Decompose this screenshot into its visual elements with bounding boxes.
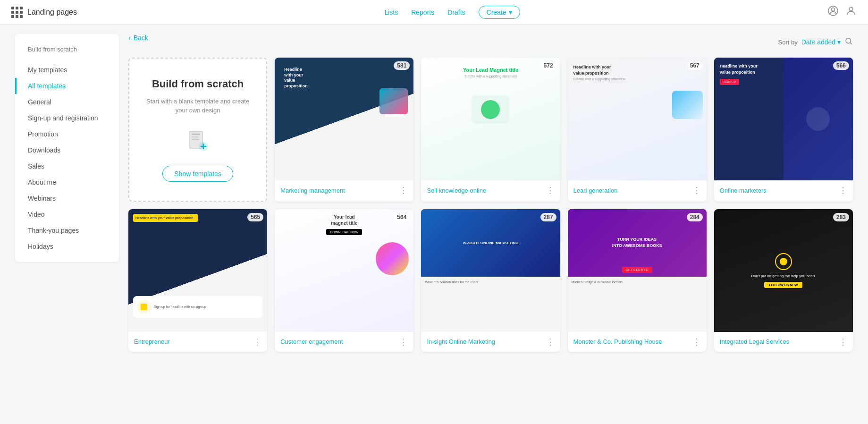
nav-reports[interactable]: Reports <box>411 8 434 16</box>
user-icon[interactable] <box>845 5 857 19</box>
template-card[interactable]: IN-SIGHT ONLINE MARKETING What this solu… <box>421 209 560 352</box>
sort-by-label: Sort by <box>778 39 798 46</box>
card-footer: In-sight Online Marketing ⋮ <box>421 332 560 352</box>
user-circle-icon[interactable] <box>827 5 839 19</box>
sidebar-item-promotion[interactable]: Promotion <box>15 126 119 142</box>
card-count: 581 <box>394 61 410 70</box>
card-image-insight: IN-SIGHT ONLINE MARKETING What this solu… <box>421 209 560 332</box>
card-count: 572 <box>540 61 556 70</box>
card-footer: Online marketers ⋮ <box>714 180 853 200</box>
card-menu-icon[interactable]: ⋮ <box>253 337 261 347</box>
card-menu-icon[interactable]: ⋮ <box>692 185 701 195</box>
nav-center: Lists Reports Drafts Create ▾ <box>384 6 520 19</box>
card-count: 567 <box>687 61 703 70</box>
card-count: 284 <box>687 213 703 221</box>
card-menu-icon[interactable]: ⋮ <box>399 185 408 195</box>
svg-line-4 <box>850 42 851 44</box>
card-menu-icon[interactable]: ⋮ <box>399 337 408 347</box>
card-footer: Entrepreneur ⋮ <box>128 332 267 352</box>
app-title: Landing pages <box>27 8 77 17</box>
card-footer: Lead generation ⋮ <box>568 180 707 200</box>
card-footer: Integrated Legal Services ⋮ <box>714 332 853 352</box>
card-count: 566 <box>833 61 849 70</box>
nav-lists[interactable]: Lists <box>384 8 398 16</box>
card-title: Monster & Co. Publishing House <box>573 338 662 345</box>
scratch-card[interactable]: Build from scratch Start with a blank te… <box>128 58 267 202</box>
sidebar-item-signup[interactable]: Sign-up and registration <box>15 110 119 126</box>
card-title: Online marketers <box>720 187 767 194</box>
sidebar-item-all-templates[interactable]: All templates <box>15 78 119 94</box>
svg-rect-6 <box>192 134 200 135</box>
sidebar-item-build-scratch[interactable]: Build from scratch <box>15 42 119 57</box>
sidebar-item-sales[interactable]: Sales <box>15 158 119 174</box>
card-image-onlinemarket: Headline with yourvalue proposition SIGN… <box>714 58 853 180</box>
chevron-left-icon: ‹ <box>128 34 131 42</box>
card-image-entrepreneur: Headline with your value proposition Sig… <box>128 209 267 332</box>
scratch-title: Build from scratch <box>152 77 244 91</box>
card-title: Lead generation <box>573 187 618 194</box>
card-title: Entrepreneur <box>134 338 170 345</box>
template-card[interactable]: Your Lead Magnet title Subtitle with a s… <box>421 58 560 202</box>
sidebar-item-thankyou[interactable]: Thank-you pages <box>15 222 119 238</box>
template-card[interactable]: Your leadmagnet title DOWNLOAD NOW 564 C… <box>275 209 413 352</box>
content-area: ‹ Back Sort by Date added ▾ <box>128 34 853 415</box>
scratch-template-icon <box>185 128 210 154</box>
card-image-leadgen: Headline with yourvalue proposition Subt… <box>568 58 707 180</box>
sort-by-value[interactable]: Date added ▾ <box>801 38 841 46</box>
sidebar-item-video[interactable]: Video <box>15 206 119 222</box>
card-menu-icon[interactable]: ⋮ <box>692 337 701 347</box>
nav-right <box>827 5 857 19</box>
template-card[interactable]: Headlinewith yourvalueproposition 581 Ma… <box>275 58 413 202</box>
sidebar-item-my-templates[interactable]: My templates <box>15 62 119 78</box>
card-footer: Sell knowledge online ⋮ <box>421 180 560 200</box>
card-menu-icon[interactable]: ⋮ <box>546 185 555 195</box>
card-menu-icon[interactable]: ⋮ <box>839 337 847 347</box>
sidebar-item-webinars[interactable]: Webinars <box>15 190 119 206</box>
template-card[interactable]: Headline with yourvalue proposition SIGN… <box>714 58 853 202</box>
app-grid-button[interactable] <box>11 7 23 18</box>
chevron-down-icon: ▾ <box>837 38 841 46</box>
card-image-sellknowledge: Your Lead Magnet title Subtitle with a s… <box>421 58 560 180</box>
template-card[interactable]: TURN YOUR IDEASINTO AWESOME BOOKS GET ST… <box>568 209 707 352</box>
sidebar-item-about-me[interactable]: About me <box>15 174 119 190</box>
card-footer: Monster & Co. Publishing House ⋮ <box>568 332 707 352</box>
svg-point-1 <box>832 8 835 11</box>
template-card[interactable]: Headline with your value proposition Sig… <box>128 209 267 352</box>
card-count: 565 <box>247 213 263 221</box>
card-count: 564 <box>394 213 410 221</box>
sidebar: Build from scratch My templates All temp… <box>15 34 119 262</box>
sidebar-item-holidays[interactable]: Holidays <box>15 238 119 254</box>
svg-point-3 <box>846 38 851 43</box>
svg-rect-7 <box>192 136 198 137</box>
create-button[interactable]: Create ▾ <box>479 6 520 19</box>
svg-point-2 <box>849 7 853 11</box>
show-templates-button[interactable]: Show templates <box>162 166 233 182</box>
card-image-monster: TURN YOUR IDEASINTO AWESOME BOOKS GET ST… <box>568 209 707 332</box>
card-title: In-sight Online Marketing <box>427 338 495 345</box>
card-count: 283 <box>833 213 849 221</box>
template-grid: Build from scratch Start with a blank te… <box>128 58 853 352</box>
sidebar-item-downloads[interactable]: Downloads <box>15 142 119 158</box>
template-card[interactable]: Headline with yourvalue proposition Subt… <box>568 58 707 202</box>
chevron-down-icon: ▾ <box>509 8 512 16</box>
card-image-legal: Don't put off getting the help you need.… <box>714 209 853 332</box>
grid-icon <box>11 7 23 18</box>
card-image-customer: Your leadmagnet title DOWNLOAD NOW 564 <box>275 209 413 332</box>
card-image-marketing: Headlinewith yourvalueproposition 581 <box>275 58 413 180</box>
card-count: 287 <box>540 213 556 221</box>
scratch-description: Start with a blank template and create y… <box>141 97 255 115</box>
sidebar-item-general[interactable]: General <box>15 94 119 110</box>
main-wrapper: Build from scratch My templates All temp… <box>0 25 868 424</box>
card-footer: Marketing management ⋮ <box>275 180 413 200</box>
top-navigation: Landing pages Lists Reports Drafts Creat… <box>0 0 868 25</box>
card-title: Marketing management <box>280 187 345 194</box>
card-footer: Customer engagement ⋮ <box>275 332 413 352</box>
template-card[interactable]: Don't put off getting the help you need.… <box>714 209 853 352</box>
search-button[interactable] <box>844 37 853 48</box>
back-button[interactable]: ‹ Back <box>128 34 148 42</box>
card-menu-icon[interactable]: ⋮ <box>546 337 555 347</box>
nav-drafts[interactable]: Drafts <box>447 8 465 16</box>
card-title: Customer engagement <box>280 338 343 345</box>
nav-left: Landing pages <box>11 7 77 18</box>
card-menu-icon[interactable]: ⋮ <box>839 185 847 195</box>
